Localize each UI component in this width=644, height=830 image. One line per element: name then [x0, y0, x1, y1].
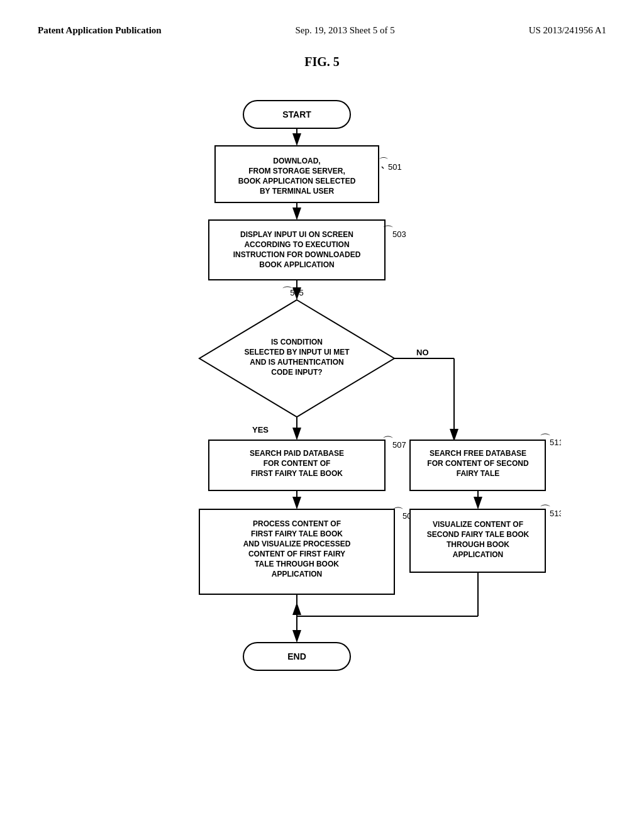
start-label: START	[282, 109, 311, 119]
node507-line3: FIRST FAIRY TALE BOOK	[251, 469, 343, 478]
node509-line6: APPLICATION	[272, 570, 322, 578]
svg-text:⌒: ⌒	[392, 506, 404, 519]
node511-line1: SEARCH FREE DATABASE	[430, 449, 526, 458]
node509-line3: AND VISUALIZE PROCESSED	[243, 540, 351, 548]
node509-line5: TALE THROUGH BOOK	[255, 560, 339, 568]
node501-line3: BOOK APPLICATION SELECTED	[238, 177, 356, 185]
node503-line1: DISPLAY INPUT UI ON SCREEN	[240, 230, 353, 239]
svg-text:⌒: ⌒	[382, 224, 394, 237]
header-patent-number: US 2013/241956 A1	[529, 25, 606, 36]
svg-text:⌒: ⌒	[540, 504, 551, 516]
svg-text:⌒: ⌒	[282, 285, 293, 298]
node503-line4: BOOK APPLICATION	[259, 260, 334, 269]
node509-line4: CONTENT OF FIRST FAIRY	[248, 550, 345, 558]
node503-id: 503	[392, 230, 406, 239]
header-publication: Patent Application Publication	[38, 25, 162, 36]
header-date-sheet: Sep. 19, 2013 Sheet 5 of 5	[296, 25, 395, 36]
node501-line1: DOWNLOAD,	[273, 157, 320, 165]
node501-line4: BY TERMINAL USER	[260, 187, 335, 196]
node507-line1: SEARCH PAID DATABASE	[250, 449, 344, 458]
node511-id: 511	[550, 438, 561, 447]
node513-line4: APPLICATION	[453, 550, 503, 559]
node511-line3: FAIRY TALE	[457, 469, 499, 478]
figure-title: FIG. 5	[38, 55, 606, 69]
svg-text:⌒: ⌒	[379, 157, 389, 167]
node513-id: 513	[550, 509, 561, 518]
node501-line2: FROM STORAGE SERVER,	[248, 167, 345, 175]
node507-line2: FOR CONTENT OF	[264, 459, 331, 468]
svg-text:⌒: ⌒	[382, 435, 394, 448]
flowchart-diagram: START DOWNLOAD, FROM STORAGE SERVER, BOO…	[83, 88, 561, 780]
no-label: NO	[416, 348, 429, 357]
node503-line2: ACCORDING TO EXECUTION	[244, 240, 349, 249]
page: Patent Application Publication Sep. 19, …	[0, 0, 644, 830]
end-label: END	[287, 651, 306, 661]
node513-line3: THROUGH BOOK	[447, 540, 509, 549]
node505-line4: CODE INPUT?	[271, 368, 322, 377]
yes-label: YES	[252, 425, 269, 434]
node507-id: 507	[392, 440, 406, 450]
node501-id: 501	[388, 162, 402, 172]
node505-line3: AND IS AUTHENTICATION	[250, 358, 343, 367]
header: Patent Application Publication Sep. 19, …	[38, 25, 606, 36]
node505-line1: IS CONDITION	[271, 338, 323, 346]
node509-line2: FIRST FAIRY TALE BOOK	[251, 529, 343, 538]
node513-line1: VISUALIZE CONTENT OF	[433, 520, 523, 529]
node513-line2: SECOND FAIRY TALE BOOK	[427, 530, 530, 539]
node509-line1: PROCESS CONTENT OF	[253, 519, 341, 528]
node503-line3: INSTRUCTION FOR DOWNLOADED	[233, 250, 361, 259]
svg-text:⌒: ⌒	[540, 433, 551, 445]
node505-line2: SELECTED BY INPUT UI MET	[244, 348, 350, 357]
node511-line2: FOR CONTENT OF SECOND	[427, 459, 529, 468]
